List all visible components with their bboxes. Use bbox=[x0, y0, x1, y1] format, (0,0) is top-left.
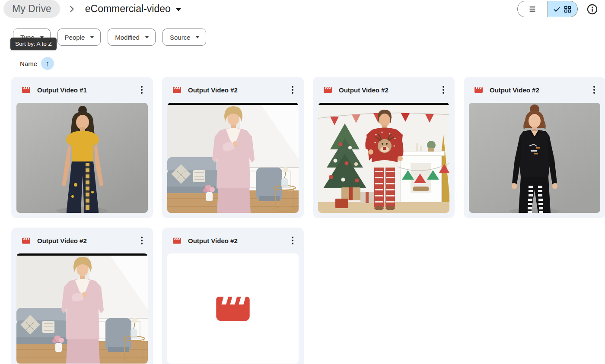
kebab-menu-button[interactable] bbox=[589, 84, 599, 95]
file-card[interactable]: Output Video #2 bbox=[162, 228, 304, 364]
filter-chip-label: People bbox=[65, 34, 85, 41]
video-file-icon bbox=[172, 85, 182, 95]
folder-name: eCommercial-video bbox=[85, 3, 171, 15]
grid-view-icon bbox=[564, 5, 572, 13]
file-card[interactable]: Output Video #2 bbox=[313, 77, 455, 218]
sort-direction-button[interactable]: ↑ bbox=[41, 57, 54, 70]
kebab-menu-button[interactable] bbox=[287, 84, 298, 95]
filter-chip-modified[interactable]: Modified bbox=[108, 28, 156, 46]
kebab-menu-button[interactable] bbox=[438, 84, 449, 95]
arrow-up-icon: ↑ bbox=[46, 59, 50, 68]
kebab-menu-icon bbox=[288, 236, 297, 245]
dropdown-caret-icon bbox=[195, 36, 200, 38]
video-file-icon bbox=[214, 290, 252, 327]
file-card[interactable]: Output Video #2 bbox=[464, 77, 605, 218]
header-actions bbox=[517, 1, 598, 17]
file-card-header: Output Video #1 bbox=[11, 77, 153, 103]
grid-view-button[interactable] bbox=[548, 1, 578, 17]
file-card-header: Output Video #2 bbox=[313, 77, 455, 103]
file-title: Output Video #2 bbox=[188, 237, 281, 244]
file-thumbnail[interactable] bbox=[167, 103, 299, 213]
list-view-button[interactable] bbox=[518, 1, 548, 17]
details-button[interactable] bbox=[586, 3, 598, 15]
file-card[interactable]: Output Video #2 bbox=[162, 77, 304, 218]
file-title: Output Video #2 bbox=[188, 86, 281, 94]
sort-tooltip: Sort by: A to Z bbox=[10, 38, 57, 50]
video-file-icon bbox=[172, 236, 182, 245]
file-card-header: Output Video #2 bbox=[11, 228, 153, 253]
kebab-menu-icon bbox=[137, 85, 146, 95]
sort-by-name[interactable]: Name bbox=[20, 60, 37, 67]
video-file-icon bbox=[22, 85, 31, 95]
file-title: Output Video #2 bbox=[37, 237, 130, 244]
kebab-menu-button[interactable] bbox=[287, 235, 298, 246]
layout-toggle bbox=[517, 1, 578, 17]
kebab-menu-button[interactable] bbox=[137, 235, 147, 246]
video-file-icon bbox=[22, 236, 31, 245]
file-thumbnail[interactable] bbox=[16, 253, 148, 364]
video-file-icon bbox=[323, 85, 332, 95]
kebab-menu-icon bbox=[288, 85, 297, 95]
video-file-icon bbox=[474, 85, 483, 95]
thumbnail-model-pink-pajamas bbox=[167, 103, 299, 213]
file-card[interactable]: Output Video #2 bbox=[11, 228, 153, 364]
video-placeholder bbox=[167, 253, 299, 364]
file-title: Output Video #2 bbox=[490, 86, 583, 94]
dropdown-caret-icon bbox=[176, 8, 181, 11]
filter-chip-label: Modified bbox=[115, 34, 140, 41]
thumbnail-christmas-pajamas-man bbox=[318, 103, 449, 213]
info-icon bbox=[586, 3, 598, 15]
filter-chip-row: Type People Modified Source bbox=[13, 28, 605, 46]
thumbnail-model-yellow-tshirt bbox=[16, 103, 148, 213]
kebab-menu-icon bbox=[439, 85, 448, 95]
breadcrumb-current-folder[interactable]: eCommercial-video bbox=[83, 0, 184, 18]
drive-header: My Drive eCommercial-video bbox=[0, 0, 605, 19]
file-thumbnail[interactable] bbox=[469, 103, 600, 213]
filter-chip-source[interactable]: Source bbox=[162, 28, 207, 46]
file-title: Output Video #1 bbox=[37, 86, 130, 94]
thumbnail-model-pink-pajamas bbox=[16, 253, 148, 364]
file-grid: Output Video #1 bbox=[11, 77, 605, 364]
dropdown-caret-icon bbox=[90, 36, 94, 38]
file-title: Output Video #2 bbox=[339, 86, 432, 94]
check-icon bbox=[553, 6, 560, 13]
breadcrumb-my-drive[interactable]: My Drive bbox=[3, 0, 60, 18]
file-card-header: Output Video #2 bbox=[464, 77, 605, 103]
list-view-icon bbox=[528, 5, 537, 13]
filter-chip-label: Source bbox=[170, 34, 191, 41]
kebab-menu-icon bbox=[137, 236, 146, 245]
thumbnail-model-black-top bbox=[469, 103, 600, 213]
file-thumbnail[interactable] bbox=[167, 253, 299, 364]
file-thumbnail[interactable] bbox=[16, 103, 148, 213]
file-card-header: Output Video #2 bbox=[162, 228, 304, 253]
breadcrumb: My Drive eCommercial-video bbox=[3, 0, 184, 18]
file-card[interactable]: Output Video #1 bbox=[11, 77, 153, 218]
sort-row: Name ↑ bbox=[20, 57, 605, 70]
kebab-menu-icon bbox=[590, 85, 599, 95]
dropdown-caret-icon bbox=[145, 36, 149, 38]
filter-chip-people[interactable]: People bbox=[57, 28, 101, 46]
kebab-menu-button[interactable] bbox=[137, 84, 147, 95]
chevron-right-icon bbox=[67, 4, 76, 14]
file-card-header: Output Video #2 bbox=[162, 77, 304, 103]
file-thumbnail[interactable] bbox=[318, 103, 449, 213]
